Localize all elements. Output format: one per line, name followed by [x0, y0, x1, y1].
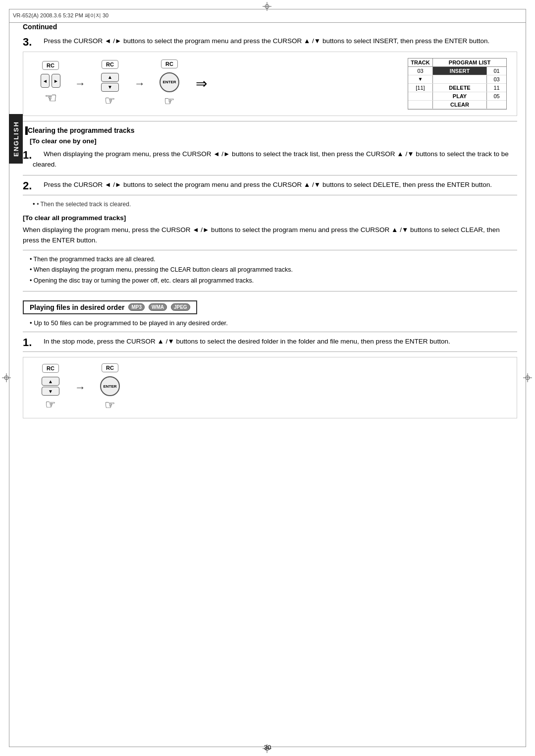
table-row: [11] DELETE 11 [408, 84, 506, 92]
empty-btn [433, 75, 486, 83]
track-cell: ▼ [408, 75, 433, 83]
rc-label-5: RC [102, 363, 118, 372]
continued-label: Continued [23, 23, 517, 31]
hand-icon-2: ☞ [105, 94, 115, 108]
ud-arrows: ▲ ▼ [101, 73, 119, 92]
ud-arrows-2: ▲ ▼ [42, 377, 59, 396]
step3-number: 3. [23, 36, 32, 49]
hand-icon-4: ☞ [45, 398, 56, 411]
prog-list-header: TRACK PROGRAM LIST [408, 58, 506, 67]
table-row: 03 INSERT 01 [408, 67, 506, 75]
delete-btn: DELETE [433, 84, 486, 92]
header-text: VR-652(A) 2008.3.6 5:32 PM 페이지 30 [13, 12, 108, 19]
track-cell: [11] [408, 84, 433, 92]
diagram-area-step1-play: RC ▲ ▼ ☞ → RC ENTER ☞ [23, 357, 517, 418]
num-cell: 03 [486, 75, 506, 83]
clear-all-heading: [To clear all programmed tracks] [23, 214, 517, 222]
main-content: Continued 3. Press the CURSOR ◄ /► butto… [23, 23, 517, 738]
num-cell: 11 [486, 84, 506, 92]
play-btn: PLAY [433, 92, 486, 100]
clear-subheading: [To clear one by one] [30, 137, 517, 145]
note-1: • Then the programmed tracks are all cle… [23, 254, 517, 265]
crosshair-left-icon [2, 373, 12, 383]
table-row: PLAY 05 [408, 92, 506, 101]
clear-btn: CLEAR [433, 101, 486, 109]
step3-text: 3. Press the CURSOR ◄ /► buttons to sele… [23, 36, 517, 47]
cursor-left-btn: ◄ [41, 74, 50, 88]
track-cell [408, 101, 433, 109]
rc-label-3: RC [161, 59, 178, 68]
enter-button-2: ENTER [100, 376, 120, 396]
clearing-heading: ▐Clearing the programmed tracks [23, 126, 517, 134]
step1-play-number: 1. [23, 336, 32, 349]
program-list-table: TRACK PROGRAM LIST 03 INSERT 01 ▼ 03 [11… [408, 58, 507, 110]
hand-icon-3: ☞ [164, 94, 175, 108]
step1-clear-text: 1. When displaying the program menu, pre… [23, 149, 517, 170]
cursor-down-btn: ▼ [101, 83, 119, 92]
playing-files-note: • Up to 50 files can be programmed to be… [23, 319, 517, 327]
divider-2 [23, 175, 517, 175]
jpeg-badge: JPEG [171, 303, 190, 311]
then-note: • Then the selected track is cleared. [33, 199, 517, 209]
mp3-badge: MP3 [128, 303, 145, 311]
diagram-step-enter: RC ENTER ☞ [152, 59, 187, 108]
rc-label-4: RC [42, 364, 59, 373]
hand-icon-5: ☞ [105, 398, 115, 412]
track-cell [408, 92, 433, 100]
cursor-right-btn: ► [52, 74, 60, 88]
num-cell: 01 [486, 67, 506, 75]
diagram-step-ud-2: RC ▲ ▼ ☞ [33, 364, 68, 411]
step1-clear-number: 1. [23, 149, 32, 162]
table-row: ▼ 03 [408, 75, 506, 84]
crosshair-right-icon [523, 373, 533, 383]
step2-clear-text: 2. Press the CURSOR ◄ /► buttons to sele… [23, 179, 517, 190]
playing-files-box: Playing files in desired order MP3 WMA J… [23, 300, 197, 314]
divider-6 [23, 332, 517, 332]
notes-clear-all: • Then the programmed tracks are all cle… [23, 254, 517, 286]
english-tab: ENGLISH [9, 114, 23, 164]
clear-all-text: When displaying the program menu, press … [23, 225, 517, 246]
note-3: • Opening the disc tray or turning the p… [23, 276, 517, 286]
double-arrow-icon: ⇒ [196, 75, 207, 92]
divider-7 [23, 351, 517, 352]
table-row: CLEAR [408, 101, 506, 109]
divider-5 [23, 291, 517, 291]
cursor-up-btn: ▲ [101, 73, 119, 82]
playing-files-title: Playing files in desired order [30, 303, 124, 311]
track-header: TRACK [408, 58, 433, 66]
track-cell: 03 [408, 67, 433, 75]
divider-4 [23, 250, 517, 250]
crosshair-top-icon [263, 2, 272, 12]
arrow-2: → [134, 77, 145, 90]
divider-1 [23, 121, 517, 121]
rc-label-1: RC [42, 61, 59, 70]
arrow-1: → [75, 77, 86, 90]
num-cell [486, 101, 506, 109]
hand-icon-1: ☜ [45, 90, 57, 106]
diagram-step-ud: RC ▲ ▼ ☞ [93, 60, 127, 108]
diagram-step-lr: RC ◄ ► ☜ [33, 61, 68, 106]
rc-label-2: RC [102, 60, 118, 69]
step2-clear-number: 2. [23, 179, 32, 192]
diagram-area-step3: RC ◄ ► ☜ → RC ▲ ▼ ☞ → RC ENTER ☞ ⇒ [23, 52, 517, 116]
diagram-step-enter-2: RC ENTER ☞ [93, 363, 127, 412]
divider-3 [23, 195, 517, 195]
note-2: • When displaying the program menu, pres… [23, 265, 517, 275]
wma-badge: WMA [149, 303, 167, 311]
list-header: PROGRAM LIST [433, 58, 506, 66]
enter-button: ENTER [160, 72, 179, 92]
insert-btn: INSERT [433, 67, 486, 75]
step1-play-text: 1. In the stop mode, press the CURSOR ▲ … [23, 336, 517, 347]
num-cell: 05 [486, 92, 506, 100]
cursor-down-btn-2: ▼ [42, 387, 59, 396]
arrow-3: → [75, 381, 86, 394]
page-number: 30 [264, 744, 271, 751]
cursor-up-btn-2: ▲ [42, 377, 59, 386]
